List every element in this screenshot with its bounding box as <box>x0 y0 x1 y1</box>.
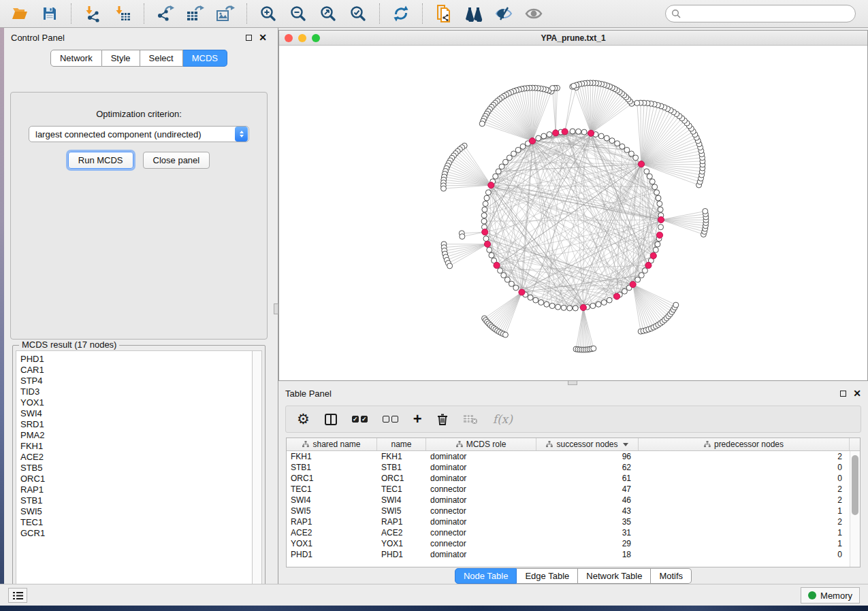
table-row[interactable]: STB1STB1dominator620 <box>287 462 860 473</box>
result-node[interactable]: SWI5 <box>20 506 252 517</box>
task-history-button[interactable] <box>8 588 27 603</box>
zoom-selected-icon[interactable] <box>345 2 371 25</box>
column-type-icon <box>456 441 463 448</box>
table-row[interactable]: ORC1ORC1dominator610 <box>287 473 860 484</box>
mcds-panel: Optimization criterion: largest connecte… <box>10 92 268 340</box>
zoom-fit-icon[interactable] <box>315 2 341 25</box>
import-table-icon[interactable] <box>110 2 135 25</box>
result-node[interactable]: PMA2 <box>20 430 252 441</box>
table-tabs: Node TableEdge TableNetwork TableMotifs <box>278 568 868 584</box>
result-node[interactable]: RAP1 <box>20 484 252 495</box>
export-image-icon[interactable] <box>212 2 238 25</box>
column-header-name[interactable]: name <box>377 438 426 450</box>
table-cell: 61 <box>536 474 639 483</box>
function-builder-icon: f(x) <box>493 412 513 426</box>
result-node[interactable]: YOX1 <box>20 397 252 408</box>
hide-details-icon[interactable] <box>491 2 517 25</box>
network-graph[interactable] <box>279 46 867 380</box>
result-node[interactable]: TEC1 <box>20 517 252 528</box>
binoculars-icon[interactable] <box>461 2 487 25</box>
scrollbar-thumb[interactable] <box>852 455 858 515</box>
result-node[interactable]: PHD1 <box>20 354 252 365</box>
result-list-scrollbar[interactable] <box>252 350 262 595</box>
splitter-handle[interactable] <box>274 303 278 314</box>
copy-network-icon[interactable] <box>431 2 457 25</box>
refresh-icon[interactable] <box>388 2 414 25</box>
network-window-titlebar[interactable]: YPA_prune.txt_1 <box>279 31 867 46</box>
column-header-successor-nodes[interactable]: successor nodes <box>536 438 639 450</box>
table-cell: SWI5 <box>287 506 377 516</box>
zoom-out-icon[interactable] <box>285 2 311 25</box>
float-panel-icon[interactable] <box>840 391 846 397</box>
select-all-checkboxes-icon[interactable]: ✓✓ <box>352 416 368 423</box>
table-cell: 31 <box>536 528 639 538</box>
export-network-icon[interactable] <box>152 2 178 25</box>
control-panel-tabs: NetworkStyleSelectMCDS <box>4 50 274 67</box>
tab-edge-table[interactable]: Edge Table <box>517 568 578 584</box>
table-cell: connector <box>426 506 536 516</box>
result-node[interactable]: FKH1 <box>20 441 252 452</box>
result-node[interactable]: SWI4 <box>20 408 252 419</box>
close-panel-button[interactable]: Close panel <box>143 152 210 169</box>
table-row[interactable]: ACE2ACE2connector311 <box>287 527 860 538</box>
network-canvas[interactable] <box>279 46 867 380</box>
zoom-in-icon[interactable] <box>255 2 281 25</box>
add-column-icon[interactable]: + <box>413 412 422 426</box>
result-node[interactable]: CAR1 <box>20 365 252 376</box>
tab-node-table[interactable]: Node Table <box>455 568 517 584</box>
vertical-splitter[interactable] <box>274 28 278 584</box>
search-input[interactable] <box>681 9 850 18</box>
table-row[interactable]: PHD1PHD1dominator180 <box>287 549 860 560</box>
table-row[interactable]: TEC1TEC1connector472 <box>287 484 860 495</box>
tab-network[interactable]: Network <box>50 50 102 67</box>
splitter-handle[interactable] <box>568 380 577 385</box>
result-node[interactable]: TID3 <box>20 386 252 397</box>
result-node[interactable]: STP4 <box>20 376 252 386</box>
table-cell: STB1 <box>287 463 377 472</box>
table-scrollbar[interactable] <box>850 451 860 567</box>
horizontal-splitter[interactable] <box>278 380 868 385</box>
table-cell: 0 <box>639 474 850 483</box>
run-mcds-button[interactable]: Run MCDS <box>68 152 133 169</box>
memory-button[interactable]: Memory <box>801 587 860 604</box>
table-row[interactable]: RAP1RAP1dominator352 <box>287 516 860 527</box>
tab-motifs[interactable]: Motifs <box>651 568 692 584</box>
settings-gear-icon[interactable]: ⚙ <box>297 411 310 427</box>
table-row[interactable]: SWI4SWI4dominator462 <box>287 495 860 506</box>
save-session-icon[interactable] <box>37 2 63 25</box>
column-header-predecessor-nodes[interactable]: predecessor nodes <box>639 438 850 450</box>
export-table-icon[interactable] <box>182 2 208 25</box>
column-header-MCDS-role[interactable]: MCDS role <box>426 438 536 450</box>
tab-style[interactable]: Style <box>102 50 140 67</box>
result-node[interactable]: ACE2 <box>20 452 252 463</box>
cytoscape-window: Control Panel ✕ NetworkStyleSelectMCDS O… <box>0 0 868 611</box>
import-network-icon[interactable] <box>80 2 106 25</box>
table-row[interactable]: FKH1FKH1dominator962 <box>287 451 860 462</box>
result-node[interactable]: STB5 <box>20 463 252 474</box>
mcds-result-list[interactable]: PHD1CAR1STP4TID3YOX1SWI4SRD1PMA2FKH1ACE2… <box>16 350 252 595</box>
result-node[interactable]: GCR1 <box>20 528 252 539</box>
table-cell: 46 <box>536 495 639 505</box>
optimization-criterion-dropdown[interactable]: largest connected component (undirected) <box>29 126 249 142</box>
tab-network-table[interactable]: Network Table <box>578 568 651 584</box>
table-cell: 2 <box>639 495 850 505</box>
column-header-shared-name[interactable]: shared name <box>287 438 377 450</box>
close-panel-icon[interactable]: ✕ <box>259 35 267 41</box>
split-columns-icon[interactable] <box>325 414 337 425</box>
result-node[interactable]: ORC1 <box>20 474 252 484</box>
table-row[interactable]: SWI5SWI5connector431 <box>287 506 860 516</box>
table-row[interactable]: YOX1YOX1connector291 <box>287 538 860 549</box>
result-node[interactable]: STB1 <box>20 495 252 506</box>
float-panel-icon[interactable] <box>246 35 252 41</box>
tab-select[interactable]: Select <box>140 50 183 67</box>
delete-columns-icon[interactable] <box>437 413 448 425</box>
open-file-icon[interactable] <box>7 2 33 25</box>
result-node[interactable]: SRD1 <box>20 419 252 430</box>
deselect-all-checkboxes-icon[interactable] <box>383 416 398 423</box>
show-details-icon[interactable] <box>521 2 547 25</box>
close-panel-icon[interactable]: ✕ <box>853 391 861 397</box>
search-box[interactable] <box>665 5 856 22</box>
tab-mcds[interactable]: MCDS <box>183 50 227 67</box>
table-cell: PHD1 <box>287 550 377 559</box>
table-cell: YOX1 <box>287 539 377 548</box>
